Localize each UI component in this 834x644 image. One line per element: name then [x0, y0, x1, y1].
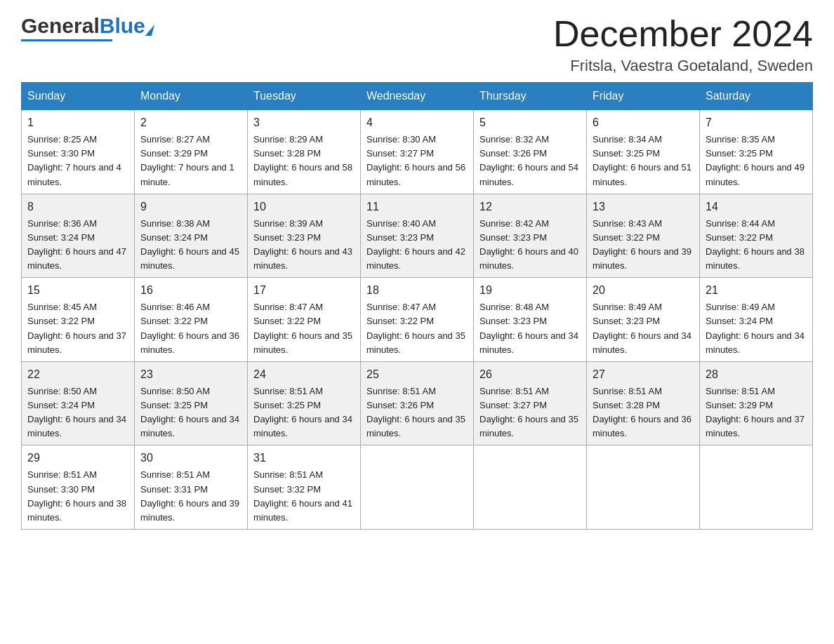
calendar-cell: 6 Sunrise: 8:34 AMSunset: 3:25 PMDayligh… [587, 110, 700, 194]
day-number: 13 [593, 199, 694, 215]
logo-triangle-icon [145, 25, 154, 36]
day-info: Sunrise: 8:46 AMSunset: 3:22 PMDaylight:… [140, 302, 239, 354]
calendar-cell: 8 Sunrise: 8:36 AMSunset: 3:24 PMDayligh… [22, 194, 135, 278]
calendar-day-header-thursday: Thursday [474, 83, 587, 110]
page-header: GeneralBlue December 2024 Fritsla, Vaest… [21, 14, 813, 75]
day-info: Sunrise: 8:51 AMSunset: 3:30 PMDaylight:… [27, 469, 126, 522]
day-info: Sunrise: 8:43 AMSunset: 3:22 PMDaylight:… [593, 218, 691, 271]
day-number: 14 [706, 199, 807, 215]
calendar-cell: 27 Sunrise: 8:51 AMSunset: 3:28 PMDaylig… [587, 361, 700, 445]
calendar-header-row: SundayMondayTuesdayWednesdayThursdayFrid… [22, 83, 813, 110]
logo: GeneralBlue [21, 14, 153, 41]
calendar-week-row: 29 Sunrise: 8:51 AMSunset: 3:30 PMDaylig… [22, 445, 813, 530]
day-number: 9 [140, 199, 241, 215]
day-number: 30 [140, 450, 241, 467]
calendar-cell: 9 Sunrise: 8:38 AMSunset: 3:24 PMDayligh… [135, 194, 248, 278]
day-number: 16 [140, 282, 241, 299]
calendar-cell: 19 Sunrise: 8:48 AMSunset: 3:23 PMDaylig… [474, 278, 587, 362]
day-info: Sunrise: 8:51 AMSunset: 3:32 PMDaylight:… [253, 469, 352, 522]
calendar-cell: 16 Sunrise: 8:46 AMSunset: 3:22 PMDaylig… [135, 278, 248, 362]
day-info: Sunrise: 8:51 AMSunset: 3:27 PMDaylight:… [479, 386, 578, 438]
calendar-day-header-wednesday: Wednesday [361, 83, 474, 110]
month-title: December 2024 [553, 14, 813, 54]
calendar-day-header-tuesday: Tuesday [248, 83, 361, 110]
calendar-cell: 22 Sunrise: 8:50 AMSunset: 3:24 PMDaylig… [22, 361, 135, 445]
calendar-cell: 11 Sunrise: 8:40 AMSunset: 3:23 PMDaylig… [361, 194, 474, 278]
calendar-cell [587, 445, 700, 530]
calendar-cell: 5 Sunrise: 8:32 AMSunset: 3:26 PMDayligh… [474, 110, 587, 194]
calendar-cell: 23 Sunrise: 8:50 AMSunset: 3:25 PMDaylig… [135, 361, 248, 445]
logo-wordmark: GeneralBlue [21, 14, 153, 38]
calendar-cell: 25 Sunrise: 8:51 AMSunset: 3:26 PMDaylig… [361, 361, 474, 445]
day-info: Sunrise: 8:47 AMSunset: 3:22 PMDaylight:… [366, 302, 465, 354]
day-number: 26 [479, 366, 581, 383]
calendar-cell: 1 Sunrise: 8:25 AMSunset: 3:30 PMDayligh… [22, 110, 135, 194]
day-number: 4 [366, 114, 468, 131]
calendar-cell: 13 Sunrise: 8:43 AMSunset: 3:22 PMDaylig… [587, 194, 700, 278]
day-number: 18 [366, 282, 468, 299]
title-section: December 2024 Fritsla, Vaestra Goetaland… [553, 14, 813, 75]
calendar-cell: 31 Sunrise: 8:51 AMSunset: 3:32 PMDaylig… [248, 445, 361, 530]
day-info: Sunrise: 8:50 AMSunset: 3:24 PMDaylight:… [27, 386, 126, 438]
calendar-week-row: 1 Sunrise: 8:25 AMSunset: 3:30 PMDayligh… [22, 110, 813, 194]
day-number: 29 [27, 450, 128, 467]
calendar-cell: 29 Sunrise: 8:51 AMSunset: 3:30 PMDaylig… [22, 445, 135, 530]
day-number: 28 [706, 366, 807, 383]
day-info: Sunrise: 8:40 AMSunset: 3:23 PMDaylight:… [366, 218, 465, 271]
day-number: 22 [27, 366, 128, 383]
location-subtitle: Fritsla, Vaestra Goetaland, Sweden [553, 57, 813, 75]
day-info: Sunrise: 8:42 AMSunset: 3:23 PMDaylight:… [479, 218, 578, 271]
day-info: Sunrise: 8:51 AMSunset: 3:28 PMDaylight:… [593, 386, 691, 438]
calendar-day-header-sunday: Sunday [22, 83, 135, 110]
calendar-cell: 2 Sunrise: 8:27 AMSunset: 3:29 PMDayligh… [135, 110, 248, 194]
calendar-cell: 26 Sunrise: 8:51 AMSunset: 3:27 PMDaylig… [474, 361, 587, 445]
day-info: Sunrise: 8:35 AMSunset: 3:25 PMDaylight:… [706, 134, 805, 187]
day-info: Sunrise: 8:32 AMSunset: 3:26 PMDaylight:… [479, 134, 578, 187]
calendar-day-header-saturday: Saturday [700, 83, 813, 110]
day-number: 11 [366, 199, 468, 215]
calendar-cell: 3 Sunrise: 8:29 AMSunset: 3:28 PMDayligh… [248, 110, 361, 194]
day-info: Sunrise: 8:38 AMSunset: 3:24 PMDaylight:… [140, 218, 239, 271]
day-info: Sunrise: 8:25 AMSunset: 3:30 PMDaylight:… [27, 134, 121, 187]
day-info: Sunrise: 8:36 AMSunset: 3:24 PMDaylight:… [27, 218, 126, 271]
calendar-cell: 24 Sunrise: 8:51 AMSunset: 3:25 PMDaylig… [248, 361, 361, 445]
day-info: Sunrise: 8:27 AMSunset: 3:29 PMDaylight:… [140, 134, 234, 187]
day-number: 17 [253, 282, 355, 299]
day-info: Sunrise: 8:39 AMSunset: 3:23 PMDaylight:… [253, 218, 352, 271]
day-info: Sunrise: 8:48 AMSunset: 3:23 PMDaylight:… [479, 302, 578, 354]
day-number: 15 [27, 282, 128, 299]
day-info: Sunrise: 8:34 AMSunset: 3:25 PMDaylight:… [593, 134, 691, 187]
calendar-cell: 20 Sunrise: 8:49 AMSunset: 3:23 PMDaylig… [587, 278, 700, 362]
day-info: Sunrise: 8:30 AMSunset: 3:27 PMDaylight:… [366, 134, 465, 187]
day-number: 25 [366, 366, 468, 383]
calendar-cell: 17 Sunrise: 8:47 AMSunset: 3:22 PMDaylig… [248, 278, 361, 362]
calendar-cell: 4 Sunrise: 8:30 AMSunset: 3:27 PMDayligh… [361, 110, 474, 194]
day-number: 19 [479, 282, 581, 299]
calendar-week-row: 22 Sunrise: 8:50 AMSunset: 3:24 PMDaylig… [22, 361, 813, 445]
calendar-cell: 12 Sunrise: 8:42 AMSunset: 3:23 PMDaylig… [474, 194, 587, 278]
calendar-cell: 21 Sunrise: 8:49 AMSunset: 3:24 PMDaylig… [700, 278, 813, 362]
day-number: 27 [593, 366, 694, 383]
day-number: 7 [706, 114, 807, 131]
calendar-week-row: 8 Sunrise: 8:36 AMSunset: 3:24 PMDayligh… [22, 194, 813, 278]
calendar-day-header-friday: Friday [587, 83, 700, 110]
logo-underline [21, 39, 112, 41]
day-number: 1 [27, 114, 128, 131]
day-info: Sunrise: 8:29 AMSunset: 3:28 PMDaylight:… [253, 134, 352, 187]
calendar-day-header-monday: Monday [135, 83, 248, 110]
logo-blue-text: Blue [100, 14, 145, 37]
day-number: 12 [479, 199, 581, 215]
calendar-cell: 7 Sunrise: 8:35 AMSunset: 3:25 PMDayligh… [700, 110, 813, 194]
day-number: 5 [479, 114, 581, 131]
day-info: Sunrise: 8:45 AMSunset: 3:22 PMDaylight:… [27, 302, 126, 354]
day-number: 10 [253, 199, 355, 215]
day-number: 8 [27, 199, 128, 215]
calendar-cell [700, 445, 813, 530]
day-info: Sunrise: 8:44 AMSunset: 3:22 PMDaylight:… [706, 218, 805, 271]
day-number: 6 [593, 114, 694, 131]
calendar-cell: 18 Sunrise: 8:47 AMSunset: 3:22 PMDaylig… [361, 278, 474, 362]
day-number: 23 [140, 366, 241, 383]
day-number: 2 [140, 114, 241, 131]
day-info: Sunrise: 8:51 AMSunset: 3:25 PMDaylight:… [253, 386, 352, 438]
day-info: Sunrise: 8:50 AMSunset: 3:25 PMDaylight:… [140, 386, 239, 438]
